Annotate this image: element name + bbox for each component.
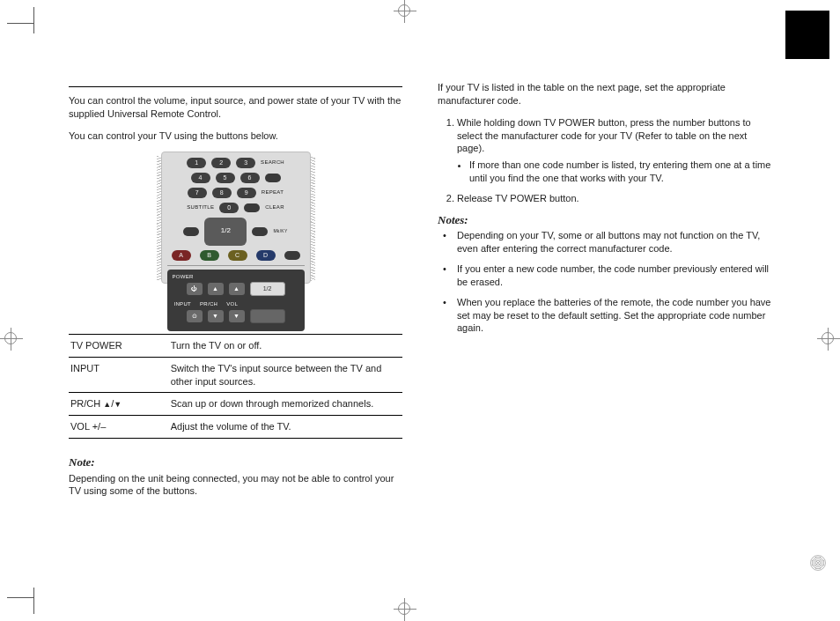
crop-mark bbox=[33, 588, 34, 614]
registration-mark-top bbox=[394, 0, 416, 23]
page-tab bbox=[785, 11, 829, 59]
note-item: When you replace the batteries of the re… bbox=[438, 296, 771, 336]
remote-color-d: D bbox=[256, 250, 276, 261]
remote-clear-btn bbox=[252, 227, 268, 236]
remote-ch-up-btn: ▲ bbox=[208, 283, 224, 295]
remote-repeat-btn bbox=[244, 203, 260, 212]
remote-label-search: SEARCH bbox=[261, 159, 284, 166]
remote-vol-dn-btn: ▼ bbox=[229, 310, 245, 322]
intro-text-2: You can control your TV using the button… bbox=[69, 129, 402, 143]
remote-label-prch: PR/CH bbox=[200, 300, 217, 307]
left-column: You can control the volume, input source… bbox=[69, 81, 402, 498]
remote-ch-dn-btn: ▼ bbox=[208, 310, 224, 322]
registration-mark-left bbox=[0, 328, 23, 351]
step-1: While holding down TV POWER button, pres… bbox=[457, 116, 771, 185]
remote-num-3: 3 bbox=[236, 158, 255, 168]
note-heading: Note: bbox=[69, 455, 402, 470]
cell-desc: Switch the TV's input source between the… bbox=[169, 357, 402, 393]
cell-btn: PR/CH / bbox=[69, 393, 169, 416]
note-item: If you enter a new code number, the code… bbox=[438, 262, 771, 289]
remote-num-8: 8 bbox=[212, 188, 232, 198]
setup-steps: While holding down TV POWER button, pres… bbox=[438, 116, 771, 205]
remote-label-vol: VOL bbox=[226, 300, 238, 307]
table-row: INPUT Switch the TV's input source betwe… bbox=[69, 357, 402, 393]
note-item: Depending on your TV, some or all button… bbox=[438, 229, 771, 255]
remote-color-b: B bbox=[200, 250, 219, 261]
table-row: VOL +/– Adjust the volume of the TV. bbox=[69, 416, 402, 439]
cell-btn: INPUT bbox=[69, 357, 169, 393]
remote-num-0: 0 bbox=[219, 203, 239, 213]
page-stamp-icon bbox=[810, 555, 826, 571]
remote-brand-2 bbox=[250, 309, 285, 323]
remote-vol-up-btn: ▲ bbox=[229, 283, 245, 295]
remote-color-c: C bbox=[228, 250, 247, 261]
crop-mark bbox=[33, 7, 34, 33]
cell-btn: TV POWER bbox=[69, 334, 169, 357]
remote-num-1: 1 bbox=[187, 158, 206, 168]
table-row: TV POWER Turn the TV on or off. bbox=[69, 334, 402, 357]
crop-mark bbox=[7, 597, 33, 598]
step-1-sub: If more than one code number is listed, … bbox=[469, 159, 771, 185]
remote-brand-1: 1/2 bbox=[250, 282, 285, 296]
remote-subtitle-btn bbox=[183, 227, 199, 236]
remote-label-subtitle: SUBTITLE bbox=[187, 203, 214, 211]
table-row: PR/CH / Scan up or down through memorize… bbox=[69, 393, 402, 416]
remote-label-clear: CLEAR bbox=[265, 203, 284, 211]
remote-mkr-btn bbox=[284, 251, 300, 260]
cell-desc: Turn the TV on or off. bbox=[169, 334, 402, 357]
remote-num-2: 2 bbox=[211, 158, 231, 168]
button-function-table: TV POWER Turn the TV on or off. INPUT Sw… bbox=[69, 334, 402, 439]
remote-power-btn: ⏻ bbox=[187, 283, 203, 295]
section-rule bbox=[69, 86, 402, 87]
page-content: You can control the volume, input source… bbox=[69, 81, 771, 498]
remote-num-6: 6 bbox=[240, 173, 260, 183]
remote-num-7: 7 bbox=[188, 188, 207, 198]
remote-label-power: POWER bbox=[173, 273, 194, 280]
remote-num-4: 4 bbox=[191, 173, 210, 183]
crop-mark bbox=[7, 23, 33, 24]
remote-num-9: 9 bbox=[237, 188, 256, 198]
step-1-text: While holding down TV POWER button, pres… bbox=[457, 117, 751, 154]
step-2: Release TV POWER button. bbox=[457, 192, 771, 205]
remote-num-5: 5 bbox=[216, 173, 235, 183]
cell-desc: Adjust the volume of the TV. bbox=[169, 416, 402, 439]
remote-input-btn: ⊙ bbox=[187, 310, 203, 322]
registration-mark-right bbox=[817, 328, 840, 351]
triangle-up-icon bbox=[103, 398, 111, 409]
intro-text-1: You can control the volume, input source… bbox=[69, 94, 402, 121]
remote-label-mkr: Mk/KY bbox=[273, 228, 287, 234]
remote-color-a: A bbox=[172, 250, 191, 261]
remote-dpad-icon: 1/2 bbox=[204, 218, 247, 246]
right-intro: If your TV is listed in the table on the… bbox=[438, 81, 771, 107]
remote-label-input: INPUT bbox=[174, 300, 192, 307]
remote-search-btn bbox=[265, 174, 281, 182]
cell-desc: Scan up or down through memorized channe… bbox=[169, 393, 402, 416]
registration-mark-bottom bbox=[394, 598, 416, 621]
notes-list: Depending on your TV, some or all button… bbox=[438, 229, 771, 335]
cell-btn: VOL +/– bbox=[69, 416, 169, 439]
remote-label-repeat: REPEAT bbox=[262, 189, 284, 196]
right-column: If your TV is listed in the table on the… bbox=[438, 81, 771, 498]
notes-heading: Notes: bbox=[438, 212, 771, 228]
note-body: Depending on the unit being connected, y… bbox=[69, 472, 402, 499]
remote-illustration: 1 2 3 SEARCH 4 5 6 7 8 9 bbox=[69, 152, 402, 322]
triangle-down-icon bbox=[114, 398, 122, 409]
